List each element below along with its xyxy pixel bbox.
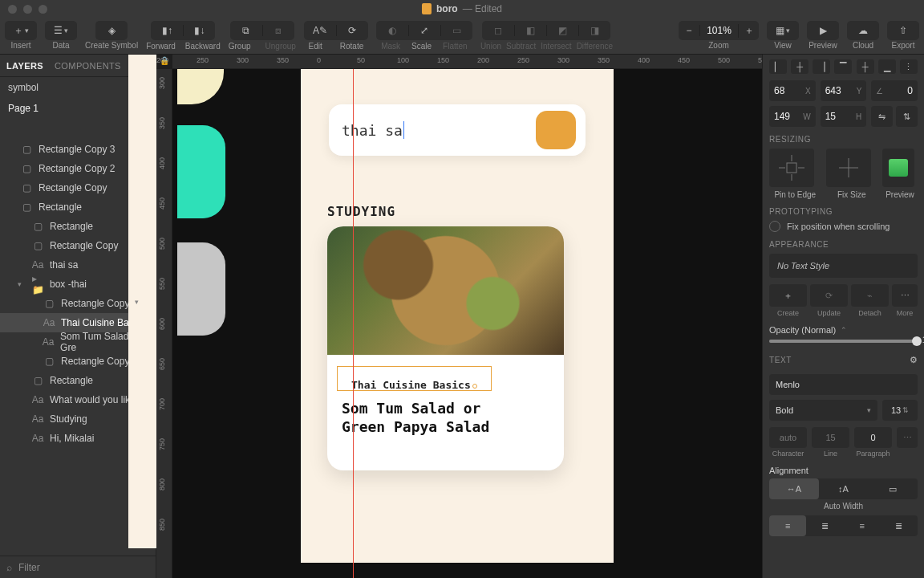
card-subtitle-selected[interactable]: Thai Cuisine Basics — [337, 366, 492, 391]
distribute-button[interactable]: ⋮ — [900, 59, 918, 74]
auto-width-option[interactable]: ↔A — [769, 478, 819, 499]
text-align-center[interactable]: ≣ — [806, 515, 843, 536]
line-spacing-input[interactable]: 15 — [812, 427, 849, 448]
align-bottom-button[interactable]: ▁ — [878, 59, 896, 74]
layers-list[interactable]: ▢Rectangle Copy 3▢Rectangle Copy 2▢Recta… — [0, 140, 156, 556]
para-spacing-input[interactable]: 0 — [854, 427, 892, 448]
layer-item[interactable]: ▾Home — [128, 140, 156, 548]
align-controls: ▏ ┼ ▕ ▔ ┼ ▁ ⋮ — [769, 59, 918, 74]
union-button[interactable]: ◻ — [482, 25, 514, 36]
flip-h-button[interactable]: ⇋ — [871, 106, 893, 127]
text-sizing-segment[interactable]: ↔A ↕A ▭ — [769, 478, 918, 499]
text-style-select[interactable]: No Text Style — [769, 254, 918, 278]
rect-icon: ▢ — [21, 201, 32, 213]
align-vcenter-button[interactable]: ┼ — [857, 59, 874, 74]
ungroup-button[interactable]: ⧈ — [262, 25, 294, 36]
font-size-input[interactable]: 13⇅ — [882, 400, 918, 421]
bg-shape-cream[interactable] — [177, 69, 224, 104]
tab-layers[interactable]: LAYERS — [6, 61, 43, 71]
text-align-left[interactable]: ≡ — [769, 515, 806, 536]
font-family-select[interactable]: Menlo — [769, 374, 918, 395]
layer-label: Rectangle — [38, 201, 82, 213]
tab-components[interactable]: COMPONENTS — [55, 61, 121, 71]
search-box[interactable]: thai sa — [329, 104, 586, 156]
char-spacing-input[interactable]: auto — [769, 427, 807, 448]
layers-panel: LAYERS COMPONENTS ＋ ︿ symbol Page 1 ▢Rec… — [0, 55, 156, 578]
font-weight-select[interactable]: Bold▾ — [769, 400, 877, 421]
flip-v-button[interactable]: ⇅ — [896, 106, 918, 127]
view-menu[interactable]: ▦▾ View — [767, 21, 799, 50]
style-update-button[interactable]: ⟳ — [810, 284, 848, 307]
close-icon[interactable] — [8, 5, 17, 14]
y-input[interactable]: 643Y — [821, 80, 867, 101]
bg-shape-gray[interactable] — [177, 242, 225, 336]
insert-menu[interactable]: ＋▾ Insert — [5, 21, 37, 50]
text-align-justify[interactable]: ≣ — [881, 515, 918, 536]
appearance-heading: APPEARANCE — [769, 240, 918, 249]
text-align-segment[interactable]: ≡ ≣ ≡ ≣ — [769, 515, 918, 536]
edited-status: — Edited — [463, 3, 502, 14]
align-hcenter-button[interactable]: ┼ — [791, 59, 808, 74]
opacity-slider[interactable]: 100% — [769, 340, 918, 343]
style-create-button[interactable]: ＋ — [769, 284, 807, 307]
vertical-guide[interactable] — [353, 69, 354, 578]
forward-button[interactable]: ▮↑ — [151, 25, 183, 36]
fixed-size-option[interactable]: ▭ — [868, 478, 918, 499]
preview-swatch-icon — [889, 159, 908, 177]
layer-label: thai sa — [50, 259, 78, 271]
style-more-button[interactable]: ⋯ — [892, 284, 918, 307]
rotate-button[interactable]: ⟳ — [336, 25, 368, 36]
artboard-home[interactable]: thai sa STUDYING Thai Cuisine Basics Som… — [301, 69, 614, 563]
h-input[interactable]: 15H — [821, 106, 867, 127]
section-heading[interactable]: STUDYING — [327, 204, 395, 219]
rect-icon: ▢ — [21, 182, 32, 193]
w-input[interactable]: 149W — [769, 106, 816, 127]
ruler-horizontal[interactable]: 5068100150200250300350050100150200250300… — [172, 55, 762, 69]
backward-button[interactable]: ▮↓ — [183, 25, 215, 36]
text-align-right[interactable]: ≡ — [844, 515, 881, 536]
resizing-preview[interactable] — [882, 149, 914, 187]
selection-handle-icon[interactable] — [472, 384, 477, 389]
create-symbol-button[interactable]: ◈ Create Symbol — [85, 21, 138, 50]
export-button[interactable]: ⇧ Export — [887, 21, 919, 50]
bg-shape-teal[interactable] — [177, 125, 225, 218]
x-input[interactable]: 68X — [769, 80, 816, 101]
window-controls[interactable] — [8, 5, 47, 14]
align-right-button[interactable]: ▕ — [813, 59, 830, 74]
subtract-button[interactable]: ◧ — [514, 25, 546, 36]
opacity-blend-control[interactable]: Opacity (Normal)⌃ — [769, 325, 918, 335]
auto-height-option[interactable]: ↕A — [819, 478, 869, 499]
zoom-window-icon[interactable] — [38, 5, 47, 14]
rotation-input[interactable]: ∠0 — [871, 80, 918, 101]
minimize-icon[interactable] — [23, 5, 32, 14]
preview-button[interactable]: ▶ Preview — [807, 21, 839, 50]
spacing-options-button[interactable]: ⋯ — [897, 427, 918, 448]
fix-position-toggle[interactable]: Fix position when scrolling — [769, 221, 918, 232]
fix-size-control[interactable] — [826, 149, 871, 187]
style-detach-button[interactable]: ⌁ — [851, 284, 889, 307]
zoom-control[interactable]: − 101% ＋ Zoom — [679, 21, 759, 50]
cloud-button[interactable]: ☁ Cloud — [847, 21, 879, 50]
flatten-button[interactable]: ▭ — [440, 25, 472, 36]
edit-button[interactable]: A✎ — [304, 25, 336, 36]
card-title[interactable]: Som Tum Salad or Green Papya Salad — [327, 391, 564, 437]
card-image[interactable] — [327, 226, 564, 355]
ruler-vertical[interactable]: 300350400450500550600650700750800850 — [156, 69, 172, 578]
prototyping-heading: PROTOTYPING — [769, 207, 918, 216]
filter-row[interactable]: ⌕ Filter — [0, 556, 156, 578]
align-top-button[interactable]: ▔ — [834, 59, 852, 74]
scale-button[interactable]: ⤢ — [408, 25, 440, 36]
chevron-down-icon: ▾ — [867, 406, 871, 414]
difference-button[interactable]: ◨ — [578, 25, 610, 36]
intersect-button[interactable]: ◩ — [546, 25, 578, 36]
study-card[interactable]: Thai Cuisine Basics Som Tum Salad or Gre… — [327, 226, 564, 470]
group-button[interactable]: ⧉ — [230, 25, 262, 36]
data-menu[interactable]: ☰▾ Data — [45, 21, 77, 50]
mask-button[interactable]: ◐ — [376, 25, 408, 36]
slider-thumb[interactable] — [912, 336, 922, 346]
align-left-button[interactable]: ▏ — [769, 59, 787, 74]
stepper-icon: ⇅ — [902, 406, 909, 414]
search-go-button[interactable] — [536, 111, 576, 149]
pin-to-edge-control[interactable] — [769, 149, 814, 187]
gear-icon[interactable]: ⚙ — [910, 355, 918, 365]
